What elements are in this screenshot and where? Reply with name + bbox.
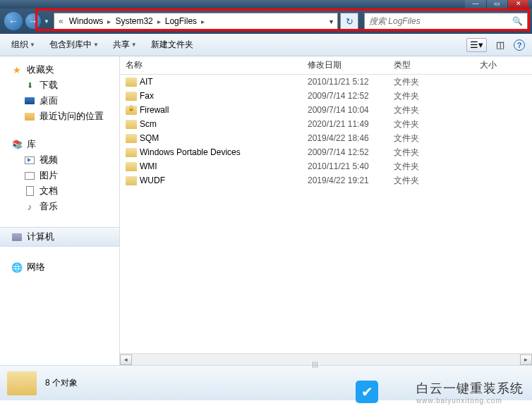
column-size[interactable]: 大小 <box>474 56 532 74</box>
nav-computer[interactable]: 计算机 <box>0 227 119 247</box>
search-box[interactable]: 🔍 <box>364 13 528 30</box>
star-icon: ★ <box>11 64 23 75</box>
desktop-icon <box>24 95 35 106</box>
file-name: Firewall <box>140 105 169 115</box>
file-date: 2010/11/21 5:12 <box>302 77 388 87</box>
chevron-right-icon[interactable]: ▸ <box>106 18 112 25</box>
file-name: WMI <box>140 161 157 171</box>
folder-icon <box>126 106 137 115</box>
library-icon <box>11 139 23 150</box>
title-bar: — ▭ ✕ <box>0 0 532 8</box>
file-date: 2010/11/21 5:40 <box>302 161 388 171</box>
chevron-down-icon: ▼ <box>131 42 137 48</box>
file-type: 文件夹 <box>388 161 474 173</box>
recent-icon <box>24 111 35 122</box>
file-name: AIT <box>140 77 153 87</box>
folder-icon: « <box>54 16 66 26</box>
table-row[interactable]: AIT2010/11/21 5:12文件夹 <box>120 75 532 89</box>
nav-pictures[interactable]: 图片 <box>0 168 119 183</box>
column-headers: 名称 修改日期 类型 大小 <box>120 56 532 75</box>
nav-videos[interactable]: 视频 <box>0 152 119 168</box>
nav-history-dropdown[interactable]: ▼ <box>44 18 51 25</box>
file-type: 文件夹 <box>388 76 474 88</box>
view-options-button[interactable]: ☰ ▾ <box>466 38 487 52</box>
document-icon <box>24 185 35 197</box>
column-name[interactable]: 名称 <box>120 56 302 74</box>
forward-button[interactable]: → <box>25 13 41 29</box>
table-row[interactable]: Scm2020/1/21 11:49文件夹 <box>120 117 532 131</box>
file-name: Windows Portable Devices <box>140 147 241 157</box>
chevron-down-icon: ▼ <box>93 42 99 48</box>
file-type: 文件夹 <box>388 175 474 187</box>
folder-icon <box>126 134 137 143</box>
file-type: 文件夹 <box>388 90 474 102</box>
table-row[interactable]: Firewall2009/7/14 10:04文件夹 <box>120 103 532 117</box>
minimize-button[interactable]: — <box>465 0 486 8</box>
table-row[interactable]: WUDF2019/4/22 19:21文件夹 <box>120 173 532 187</box>
folder-icon <box>7 371 37 395</box>
network-icon: 🌐 <box>11 261 23 273</box>
file-name: Fax <box>140 91 154 101</box>
chevron-down-icon: ▾ <box>478 39 483 50</box>
download-icon <box>24 80 35 91</box>
file-list: 名称 修改日期 类型 大小 AIT2010/11/21 5:12文件夹Fax20… <box>120 56 532 365</box>
nav-documents[interactable]: 文档 <box>0 183 119 199</box>
scroll-left-button[interactable]: ◂ <box>120 355 132 365</box>
horizontal-scrollbar[interactable]: ◂ ▸ <box>120 353 532 365</box>
new-folder-button[interactable]: 新建文件夹 <box>147 36 198 54</box>
chevron-right-icon[interactable]: ▸ <box>156 18 162 25</box>
file-type: 文件夹 <box>388 118 474 130</box>
file-name: WUDF <box>140 175 165 185</box>
column-date[interactable]: 修改日期 <box>302 56 388 74</box>
file-date: 2009/7/14 12:52 <box>302 147 388 157</box>
video-icon <box>24 154 35 166</box>
address-bar[interactable]: « Windows ▸ System32 ▸ LogFiles ▸ ▾ <box>54 13 338 30</box>
watermark-title: 白云一键重装系统 <box>416 380 524 397</box>
help-button[interactable]: ? <box>514 39 525 51</box>
navigation-pane: ★收藏夹 下载 桌面 最近访问的位置 库 视频 图片 文档 ♪音乐 计算机 🌐网… <box>0 56 120 365</box>
nav-recent[interactable]: 最近访问的位置 <box>0 109 119 124</box>
table-row[interactable]: WMI2010/11/21 5:40文件夹 <box>120 159 532 173</box>
folder-icon <box>126 148 137 157</box>
watermark-url: www.baiyunxitong.com <box>416 397 524 405</box>
folder-icon <box>126 162 137 171</box>
scroll-right-button[interactable]: ▸ <box>520 355 532 365</box>
close-button[interactable]: ✕ <box>507 0 528 8</box>
nav-downloads[interactable]: 下载 <box>0 78 119 93</box>
folder-icon <box>126 78 137 87</box>
nav-network[interactable]: 🌐网络 <box>0 259 119 275</box>
breadcrumb-segment[interactable]: System32 <box>112 16 155 26</box>
search-icon[interactable]: 🔍 <box>508 16 527 26</box>
file-name: SQM <box>140 133 159 143</box>
share-menu[interactable]: 共享 ▼ <box>109 36 141 54</box>
nav-music[interactable]: ♪音乐 <box>0 199 119 214</box>
search-input[interactable] <box>365 16 508 26</box>
nav-libraries[interactable]: 库 <box>0 137 119 152</box>
nav-desktop[interactable]: 桌面 <box>0 93 119 109</box>
file-name: Scm <box>140 119 157 129</box>
nav-favorites[interactable]: ★收藏夹 <box>0 62 119 78</box>
file-date: 2020/1/21 11:49 <box>302 119 388 129</box>
chevron-right-icon[interactable]: ▸ <box>200 18 206 25</box>
maximize-button[interactable]: ▭ <box>486 0 507 8</box>
table-row[interactable]: SQM2019/4/22 18:46文件夹 <box>120 131 532 145</box>
table-row[interactable]: Windows Portable Devices2009/7/14 12:52文… <box>120 145 532 159</box>
back-button[interactable]: ← <box>4 12 23 30</box>
breadcrumb-segment[interactable]: LogFiles <box>162 16 200 26</box>
file-date: 2009/7/14 10:04 <box>302 105 388 115</box>
toolbar: 组织 ▼ 包含到库中 ▼ 共享 ▼ 新建文件夹 ☰ ▾ ◫ ? <box>0 34 532 56</box>
chevron-down-icon: ▼ <box>30 42 35 48</box>
file-type: 文件夹 <box>388 104 474 116</box>
include-library-menu[interactable]: 包含到库中 ▼ <box>45 36 103 54</box>
music-icon: ♪ <box>24 201 35 212</box>
file-date: 2009/7/14 12:52 <box>302 91 388 101</box>
address-dropdown[interactable]: ▾ <box>325 18 337 25</box>
breadcrumb-segment[interactable]: Windows <box>66 16 107 26</box>
column-type[interactable]: 类型 <box>388 56 474 74</box>
preview-pane-button[interactable]: ◫ <box>492 38 508 52</box>
refresh-button[interactable]: ↻ <box>340 13 358 30</box>
breadcrumb: Windows ▸ System32 ▸ LogFiles ▸ <box>66 16 325 26</box>
table-row[interactable]: Fax2009/7/14 12:52文件夹 <box>120 89 532 103</box>
file-type: 文件夹 <box>388 132 474 144</box>
organize-menu[interactable]: 组织 ▼ <box>7 36 40 54</box>
